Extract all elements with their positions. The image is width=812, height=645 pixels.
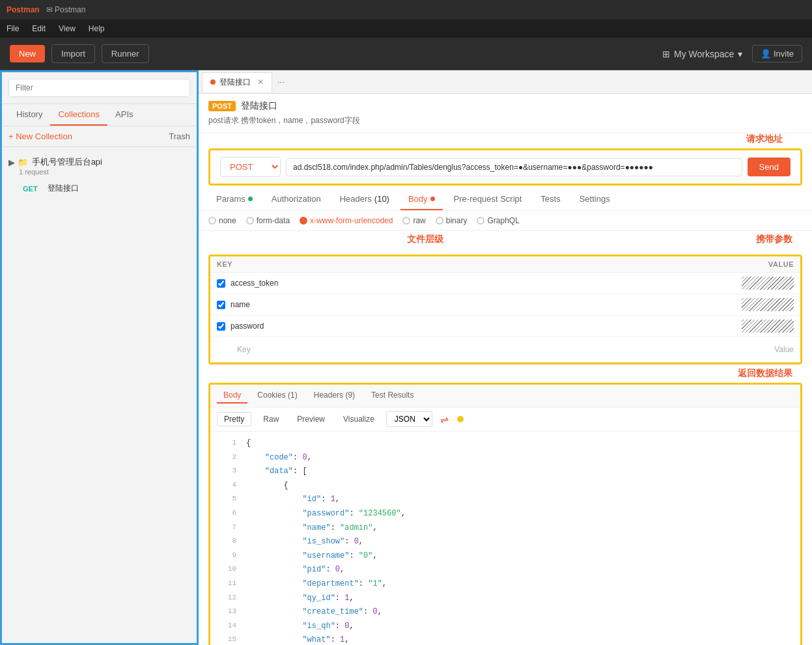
method-badge-get: GET: [23, 185, 42, 193]
response-tab-headers[interactable]: Headers (9): [307, 388, 361, 404]
json-line-14: 14 "is_qh": 0,: [217, 620, 794, 634]
kv-row-empty: Key Value: [210, 337, 800, 363]
change-dot: [210, 79, 216, 85]
radio-binary[interactable]: binary: [436, 216, 468, 225]
kv-value-1: [512, 298, 794, 311]
chevron-down-icon: ▾: [738, 49, 742, 59]
menu-view[interactable]: View: [59, 24, 76, 33]
url-input[interactable]: [286, 158, 742, 176]
method-select[interactable]: POST GET PUT DELETE: [220, 157, 281, 177]
kv-empty-key: Key: [231, 341, 257, 358]
response-tab-body[interactable]: Body: [217, 388, 247, 404]
format-raw[interactable]: Raw: [257, 413, 285, 426]
request-tabs-bar: 登陆接口 ✕ ···: [199, 70, 812, 94]
json-line-11: 11 "department": "1",: [217, 577, 794, 592]
tab-body[interactable]: Body: [400, 189, 443, 210]
params-tabs: Params Authorization Headers (10) Body P…: [199, 189, 812, 211]
kv-checkbox-0[interactable]: [217, 279, 225, 288]
more-tabs-button[interactable]: ···: [272, 74, 290, 89]
scribble-0: [742, 277, 794, 290]
radio-none[interactable]: none: [208, 216, 236, 225]
radio-label-none: none: [219, 216, 236, 225]
radio-label-raw: raw: [413, 216, 425, 225]
json-line-7: 7 "name": "admin",: [217, 521, 794, 536]
folder-icon: ▶ 📁: [8, 158, 28, 167]
json-content-2: "code": 0,: [246, 451, 312, 465]
request-header: POST 登陆接口 post请求 携带token，name，password字段: [199, 94, 812, 133]
radio-form-data[interactable]: form-data: [246, 216, 290, 225]
response-tab-test-results[interactable]: Test Results: [365, 388, 420, 404]
response-tab-cookies[interactable]: Cookies (1): [251, 388, 303, 404]
format-preview[interactable]: Preview: [290, 413, 331, 426]
line-num-1: 1: [217, 437, 236, 450]
line-num-15: 15: [217, 633, 236, 645]
json-line-10: 10 "pid": 0,: [217, 563, 794, 577]
request-name: 登陆接口: [48, 183, 79, 194]
radio-dot-graphql: [477, 217, 484, 225]
main-layout: History Collections APIs + New Collectio…: [0, 70, 812, 645]
runner-button[interactable]: Runner: [102, 44, 149, 63]
workspace-label[interactable]: ⊞ My Workspace ▾: [662, 49, 742, 59]
tab-pre-request[interactable]: Pre-request Script: [446, 189, 530, 210]
json-content-1: {: [246, 437, 251, 451]
new-collection-button[interactable]: + New Collection: [8, 131, 72, 141]
kv-checkbox-1[interactable]: [217, 301, 225, 309]
invite-button[interactable]: 👤 Invite: [752, 45, 802, 62]
kv-row-0: access_token: [210, 273, 800, 294]
tab-collections[interactable]: Collections: [50, 104, 107, 126]
tab-authorization[interactable]: Authorization: [264, 189, 329, 210]
format-pretty[interactable]: Pretty: [217, 412, 251, 426]
sidebar-actions: + New Collection Trash: [2, 126, 197, 147]
scribble-1: [742, 298, 794, 311]
new-button[interactable]: New: [10, 45, 45, 62]
url-annotation: 请求地址: [208, 133, 802, 145]
import-button[interactable]: Import: [51, 44, 95, 63]
tab-headers[interactable]: Headers (10): [332, 189, 397, 210]
json-content-8: "is_show": 0,: [246, 535, 363, 549]
radio-graphql[interactable]: GraphQL: [477, 216, 519, 225]
kv-key-0: access_token: [231, 279, 512, 288]
line-num-6: 6: [217, 507, 236, 520]
tab-history[interactable]: History: [8, 104, 50, 126]
tab-tests[interactable]: Tests: [533, 189, 568, 210]
menu-help[interactable]: Help: [89, 24, 105, 33]
json-line-13: 13 "create_time": 0,: [217, 605, 794, 620]
menu-edit[interactable]: Edit: [32, 24, 46, 33]
json-line-15: 15 "what": 1,: [217, 633, 794, 645]
line-num-3: 3: [217, 465, 236, 478]
send-button[interactable]: Send: [748, 158, 791, 176]
tab-apis[interactable]: APIs: [107, 104, 141, 126]
tab-settings[interactable]: Settings: [572, 189, 618, 210]
request-tab-active[interactable]: 登陆接口 ✕: [202, 72, 272, 92]
trash-button[interactable]: Trash: [169, 131, 190, 141]
grid-icon: ⊞: [662, 49, 670, 59]
tab-params[interactable]: Params: [208, 189, 260, 210]
file-level-annotation: 文件层级: [407, 234, 443, 245]
request-item[interactable]: GET 登陆接口: [2, 180, 197, 197]
kv-checkbox-2[interactable]: [217, 322, 225, 331]
kv-empty-value: Value: [257, 345, 794, 354]
kv-key-1: name: [231, 300, 512, 309]
radio-urlencoded[interactable]: x-www-form-urlencoded: [300, 216, 393, 225]
json-line-6: 6 "password": "1234560",: [217, 507, 794, 521]
line-num-13: 13: [217, 605, 236, 618]
body-type-selector: none form-data x-www-form-urlencoded raw…: [199, 211, 812, 231]
scribble-2: [742, 320, 794, 333]
json-line-4: 4 {: [217, 479, 794, 493]
menu-file[interactable]: File: [7, 24, 19, 33]
filter-input[interactable]: [8, 79, 190, 97]
json-content-4: {: [246, 479, 288, 493]
title-bar: Postman ✉ Postman: [0, 0, 812, 20]
line-num-12: 12: [217, 592, 236, 605]
close-icon[interactable]: ✕: [257, 77, 264, 87]
kv-value-2: [512, 320, 794, 333]
wrap-button[interactable]: ⇌: [440, 413, 449, 426]
radio-raw[interactable]: raw: [402, 216, 425, 225]
collection-item[interactable]: ▶ 📁 手机号管理后台api 1 request: [2, 152, 197, 180]
format-visualize[interactable]: Visualize: [337, 413, 381, 426]
format-type-select[interactable]: JSON XML HTML: [386, 411, 432, 427]
json-content-3: "data": [: [246, 465, 307, 479]
params-dot: [248, 197, 253, 201]
app-logo: Postman: [7, 5, 40, 14]
json-line-1: 1 {: [217, 437, 794, 451]
